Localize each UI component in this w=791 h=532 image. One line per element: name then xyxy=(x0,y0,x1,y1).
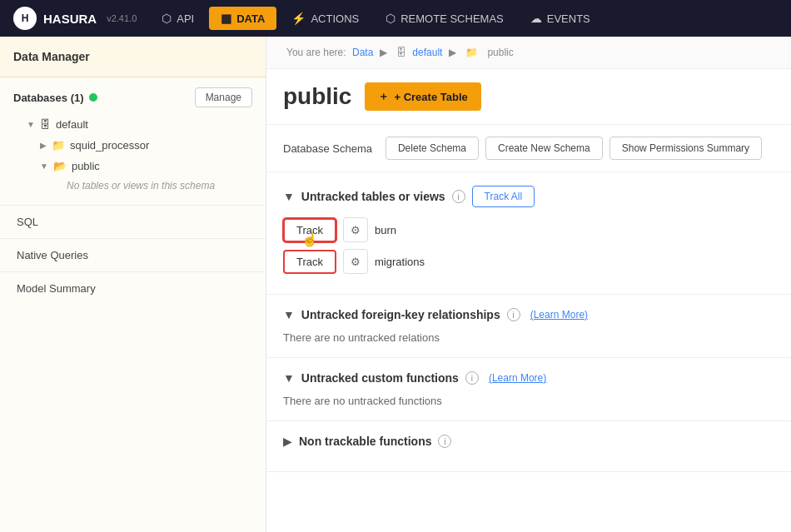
you-are-here: You are here: xyxy=(286,47,346,58)
actions-icon: ⚡ xyxy=(291,12,306,25)
database-icon: 🗄 xyxy=(40,118,51,131)
plus-icon: ＋ xyxy=(378,89,389,104)
breadcrumb: You are here: Data ▶ 🗄 default ▶ 📁 publi… xyxy=(266,37,791,69)
expand-non-trackable-icon[interactable]: ▶ xyxy=(283,435,292,448)
fk-learn-more-link[interactable]: (Learn More) xyxy=(530,309,588,321)
breadcrumb-db-icon: 🗄 xyxy=(396,47,406,58)
main-content: You are here: Data ▶ 🗄 default ▶ 📁 publi… xyxy=(266,37,791,532)
collapse-icon[interactable]: ▼ xyxy=(283,190,295,203)
chevron-down-icon-2: ▼ xyxy=(40,162,48,171)
non-trackable-section: ▶ Non trackable functions i xyxy=(266,421,791,472)
nav-remote-schemas[interactable]: ⬡ REMOTE SCHEMAS xyxy=(374,7,515,30)
untracked-tables-section: ▼ Untracked tables or views i Track All … xyxy=(266,172,791,295)
create-table-button[interactable]: ＋ + Create Table xyxy=(365,82,480,111)
chevron-right-icon: ▶ xyxy=(40,141,47,150)
gear-migrations-button[interactable]: ⚙ xyxy=(343,249,368,274)
brand-name: HASURA xyxy=(43,12,97,26)
databases-count-label: Databases (1) xyxy=(13,92,84,104)
api-icon: ⬡ xyxy=(162,12,172,25)
tree-public[interactable]: ▼ 📂 public xyxy=(40,156,252,177)
sidebar-native-queries[interactable]: Native Queries xyxy=(0,238,266,271)
schema-label: Database Schema xyxy=(283,142,372,155)
gear-icon-2: ⚙ xyxy=(351,256,361,268)
non-trackable-title: Non trackable functions xyxy=(299,435,431,448)
manage-button[interactable]: Manage xyxy=(195,87,252,107)
cursor-icon: ☝ xyxy=(301,231,318,247)
breadcrumb-default[interactable]: default xyxy=(412,47,442,58)
chevron-down-icon: ▼ xyxy=(27,120,35,129)
folder-icon: 📁 xyxy=(52,139,65,152)
top-navigation: H HASURA v2.41.0 ⬡ API ▦ DATA ⚡ ACTIONS … xyxy=(0,0,791,37)
db-subtree: ▶ 📁 squid_processor ▼ 📂 public No tables… xyxy=(13,135,252,195)
table-row: Track ⚙ migrations xyxy=(283,249,774,274)
data-icon: ▦ xyxy=(221,12,231,25)
breadcrumb-schema-icon: 📁 xyxy=(465,47,478,58)
untracked-functions-section: ▼ Untracked custom functions i (Learn Mo… xyxy=(266,358,791,421)
breadcrumb-public: public xyxy=(487,47,513,58)
page-header: public ＋ + Create Table xyxy=(266,69,791,125)
sidebar: Data Manager Databases (1) Manage ▼ 🗄 de… xyxy=(0,37,266,532)
logo-icon: H xyxy=(13,7,37,30)
db-label: Databases (1) xyxy=(13,92,97,104)
status-dot xyxy=(89,93,97,102)
untracked-functions-title: Untracked custom functions xyxy=(301,371,459,385)
events-icon: ☁ xyxy=(530,12,542,25)
info-fk-icon[interactable]: i xyxy=(507,308,520,321)
schema-actions: Database Schema Delete Schema Create New… xyxy=(266,125,791,172)
track-migrations-label: Track xyxy=(296,256,323,268)
create-table-label: + Create Table xyxy=(394,91,467,103)
sidebar-title: Data Manager xyxy=(0,37,266,77)
no-functions-text: There are no untracked functions xyxy=(283,395,774,407)
table-burn-name: burn xyxy=(375,224,396,236)
page-title: public xyxy=(283,83,351,110)
non-trackable-header: ▶ Non trackable functions i xyxy=(283,435,774,448)
gear-burn-button[interactable]: ⚙ xyxy=(343,217,368,242)
nav-events[interactable]: ☁ EVENTS xyxy=(519,7,602,30)
sidebar-model-summary[interactable]: Model Summary xyxy=(0,271,266,305)
breadcrumb-data[interactable]: Data xyxy=(352,47,373,58)
show-permissions-button[interactable]: Show Permissions Summary xyxy=(609,137,762,160)
folder-open-icon: 📂 xyxy=(53,160,67,172)
nav-api[interactable]: ⬡ API xyxy=(150,7,206,30)
functions-learn-more-link[interactable]: (Learn More) xyxy=(489,372,546,384)
databases-section: Databases (1) Manage ▼ 🗄 default ▶ 📁 squ… xyxy=(0,77,266,205)
info-non-trackable-icon[interactable]: i xyxy=(438,435,451,448)
tree-squid-processor[interactable]: ▶ 📁 squid_processor xyxy=(40,135,252,156)
main-layout: Data Manager Databases (1) Manage ▼ 🗄 de… xyxy=(0,37,791,532)
info-functions-icon[interactable]: i xyxy=(465,371,479,385)
untracked-functions-header: ▼ Untracked custom functions i (Learn Mo… xyxy=(283,371,774,385)
untracked-fk-title: Untracked foreign-key relationships xyxy=(301,308,500,321)
track-migrations-button[interactable]: Track xyxy=(283,250,336,274)
table-migrations-name: migrations xyxy=(375,256,425,268)
create-new-schema-button[interactable]: Create New Schema xyxy=(485,137,603,160)
collapse-functions-icon[interactable]: ▼ xyxy=(283,371,295,385)
untracked-tables-header: ▼ Untracked tables or views i Track All xyxy=(283,186,774,207)
sidebar-sql[interactable]: SQL xyxy=(0,205,266,238)
info-icon[interactable]: i xyxy=(452,190,465,203)
breadcrumb-sep-1: ▶ xyxy=(380,47,390,58)
collapse-fk-icon[interactable]: ▼ xyxy=(283,308,295,321)
track-all-button[interactable]: Track All xyxy=(472,186,535,207)
no-tables-message: No tables or views in this schema xyxy=(40,177,252,195)
delete-schema-button[interactable]: Delete Schema xyxy=(386,137,479,160)
squid-processor-label: squid_processor xyxy=(70,139,149,152)
remote-schemas-icon: ⬡ xyxy=(386,12,396,25)
no-relations-text: There are no untracked relations xyxy=(283,331,774,344)
default-db-label: default xyxy=(56,118,88,131)
nav-actions[interactable]: ⚡ ACTIONS xyxy=(280,7,371,30)
track-burn-button[interactable]: Track ☝ xyxy=(283,218,336,242)
table-row: Track ☝ ⚙ burn xyxy=(283,217,774,242)
version: v2.41.0 xyxy=(107,13,137,23)
tree-default-db[interactable]: ▼ 🗄 default xyxy=(13,114,252,135)
untracked-fk-header: ▼ Untracked foreign-key relationships i … xyxy=(283,308,774,321)
breadcrumb-sep-2: ▶ xyxy=(449,47,459,58)
db-header: Databases (1) Manage xyxy=(13,87,252,107)
untracked-tables-title: Untracked tables or views xyxy=(301,190,445,203)
logo: H HASURA v2.41.0 xyxy=(13,7,137,30)
gear-icon: ⚙ xyxy=(351,224,361,236)
nav-data[interactable]: ▦ DATA xyxy=(209,7,276,30)
untracked-fk-section: ▼ Untracked foreign-key relationships i … xyxy=(266,295,791,358)
public-label: public xyxy=(72,160,100,172)
